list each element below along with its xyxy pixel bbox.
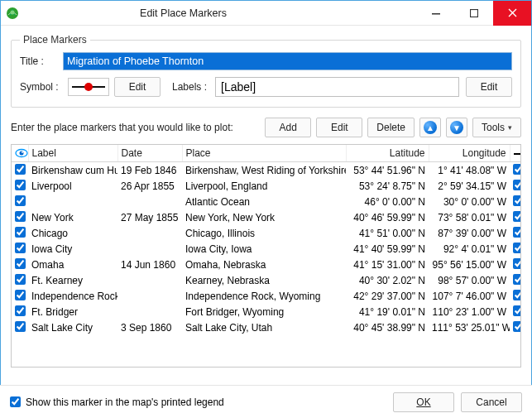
row-date	[117, 288, 182, 304]
row-route-checkbox[interactable]	[513, 164, 521, 175]
row-place: Chicago, Illinois	[182, 225, 346, 241]
table-row[interactable]: New York27 May 1855New York, New York40°…	[12, 209, 521, 225]
row-visible-checkbox[interactable]	[15, 290, 26, 300]
col-visible-header[interactable]	[12, 145, 28, 162]
row-place: Birkenshaw, West Riding of Yorkshire	[182, 162, 346, 179]
row-route-checkbox[interactable]	[513, 258, 521, 269]
row-route-checkbox[interactable]	[513, 290, 521, 300]
row-route-checkbox[interactable]	[513, 305, 521, 316]
labels-label: Labels :	[172, 81, 215, 93]
row-visible-checkbox[interactable]	[15, 180, 26, 190]
table-row[interactable]: Ft. KearneyKearney, Nebraska40° 30' 2.02…	[12, 272, 521, 288]
cancel-button[interactable]: Cancel	[461, 392, 522, 412]
row-latitude: 40° 45' 38.99" N	[346, 320, 429, 335]
row-route-checkbox[interactable]	[513, 180, 521, 190]
table-header-row: Label Date Place Latitude Longitude	[12, 145, 521, 162]
row-label: Omaha	[28, 257, 117, 272]
table-row[interactable]: Salt Lake City3 Sep 1860Salt Lake City, …	[12, 320, 521, 335]
row-route-checkbox[interactable]	[513, 321, 521, 332]
window-controls	[417, 1, 531, 26]
row-place: Atlantic Ocean	[182, 194, 346, 209]
title-row: Title :	[20, 52, 512, 70]
row-visible-checkbox[interactable]	[15, 274, 26, 285]
instructions-text: Enter the place markers that you would l…	[11, 122, 265, 133]
row-place: Iowa City, Iowa	[182, 241, 346, 257]
row-latitude: 41° 15' 31.00" N	[346, 257, 429, 272]
move-up-button[interactable]: ▲	[419, 118, 441, 137]
table-row[interactable]: Independence RockIndependence Rock, Wyom…	[12, 288, 521, 304]
delete-button[interactable]: Delete	[367, 118, 415, 137]
row-route-checkbox[interactable]	[513, 274, 521, 285]
window-title: Edit Place Markers	[0, 7, 417, 19]
row-route-checkbox[interactable]	[513, 243, 521, 253]
row-label: Liverpool	[28, 178, 117, 194]
labels-input[interactable]	[215, 77, 459, 97]
row-latitude: 42° 29' 37.00" N	[346, 288, 429, 304]
table-row[interactable]: Iowa CityIowa City, Iowa41° 40' 59.99" N…	[12, 241, 521, 257]
row-visible-checkbox[interactable]	[15, 227, 26, 238]
route-icon	[514, 151, 522, 156]
col-label-header[interactable]: Label	[28, 145, 117, 162]
row-place: Liverpool, England	[182, 178, 346, 194]
symbol-edit-button[interactable]: Edit	[114, 77, 161, 97]
add-button[interactable]: Add	[265, 118, 311, 137]
row-longitude: 98° 57' 0.00" W	[429, 272, 510, 288]
row-place: Fort Bridger, Wyoming	[182, 304, 346, 320]
row-visible-checkbox[interactable]	[15, 243, 26, 253]
row-date: 26 Apr 1855	[117, 178, 182, 194]
eye-icon	[15, 148, 25, 158]
col-route-header[interactable]	[510, 145, 521, 162]
move-down-button[interactable]: ▼	[446, 118, 467, 137]
row-longitude: 110° 23' 1.00" W	[429, 304, 510, 320]
tools-button[interactable]: Tools	[472, 118, 521, 137]
col-lon-header[interactable]: Longitude	[429, 145, 510, 162]
row-longitude: 87° 39' 0.00" W	[429, 225, 510, 241]
legend-checkbox[interactable]	[10, 396, 21, 407]
legend-checkbox-label[interactable]: Show this marker in the map's printed le…	[26, 396, 224, 408]
markers-table-wrap: Label Date Place Latitude Longitude Birk…	[11, 144, 521, 368]
title-input[interactable]	[63, 52, 512, 70]
table-row[interactable]: Omaha14 Jun 1860Omaha, Nebraska41° 15' 3…	[12, 257, 521, 272]
titlebar: Edit Place Markers	[1, 1, 531, 26]
row-route-checkbox[interactable]	[513, 195, 521, 206]
table-row[interactable]: ChicagoChicago, Illinois41° 51' 0.00" N8…	[12, 225, 521, 241]
row-label	[28, 194, 117, 209]
row-place: Salt Lake City, Utah	[182, 320, 346, 335]
row-label: Salt Lake City	[28, 320, 117, 335]
close-button[interactable]	[493, 1, 531, 26]
row-label: Chicago	[28, 225, 117, 241]
row-visible-checkbox[interactable]	[15, 321, 26, 332]
row-route-checkbox[interactable]	[513, 227, 521, 238]
col-lat-header[interactable]: Latitude	[346, 145, 429, 162]
row-visible-checkbox[interactable]	[15, 211, 26, 222]
row-visible-checkbox[interactable]	[15, 258, 26, 269]
minimize-button[interactable]	[417, 1, 455, 26]
table-row[interactable]: Ft. BridgerFort Bridger, Wyoming41° 19' …	[12, 304, 521, 320]
col-date-header[interactable]: Date	[117, 145, 182, 162]
edit-button[interactable]: Edit	[316, 118, 362, 137]
maximize-button[interactable]	[455, 1, 493, 26]
table-row[interactable]: Liverpool26 Apr 1855Liverpool, England53…	[12, 178, 521, 194]
row-date	[117, 272, 182, 288]
row-longitude: 30° 0' 0.00" W	[429, 194, 510, 209]
title-label: Title :	[20, 55, 63, 67]
row-date: 27 May 1855	[117, 209, 182, 225]
row-visible-checkbox[interactable]	[15, 164, 26, 175]
row-visible-checkbox[interactable]	[15, 305, 26, 316]
row-label: New York	[28, 209, 117, 225]
labels-edit-button[interactable]: Edit	[466, 77, 512, 97]
row-longitude: 2° 59' 34.15" W	[429, 178, 510, 194]
table-row[interactable]: Atlantic Ocean46° 0' 0.00" N30° 0' 0.00"…	[12, 194, 521, 209]
footer-buttons: OK Cancel	[393, 392, 522, 412]
table-row[interactable]: Birkenshaw cum Hunsworth19 Feb 1846Birke…	[12, 162, 521, 179]
svg-point-6	[20, 151, 24, 156]
markers-table[interactable]: Label Date Place Latitude Longitude Birk…	[12, 145, 521, 335]
group-legend: Place Markers	[20, 34, 90, 46]
symbol-preview	[68, 78, 109, 96]
row-label: Independence Rock	[28, 288, 117, 304]
ok-button[interactable]: OK	[393, 392, 454, 412]
col-place-header[interactable]: Place	[182, 145, 346, 162]
row-route-checkbox[interactable]	[513, 211, 521, 222]
row-place: Kearney, Nebraska	[182, 272, 346, 288]
row-visible-checkbox[interactable]	[15, 195, 26, 206]
